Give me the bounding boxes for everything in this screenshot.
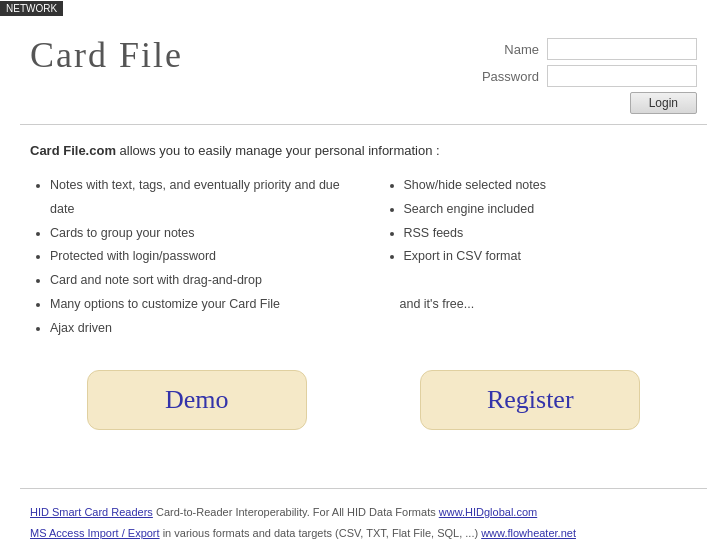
header: Card File Name Password Login	[0, 16, 727, 124]
name-label: Name	[479, 42, 539, 57]
brand-name: Card File.com	[30, 143, 116, 158]
list-item: Many options to customize your Card File	[50, 293, 344, 317]
list-item: Export in CSV format	[404, 245, 698, 269]
app-title: Card File	[30, 34, 183, 76]
list-item: and it's free...	[400, 293, 698, 317]
list-item: Card and note sort with drag-and-drop	[50, 269, 344, 293]
features-left-list: Notes with text, tags, and eventually pr…	[30, 174, 344, 340]
footer-line-1: HID Smart Card Readers Card-to-Reader In…	[30, 503, 697, 522]
msaccess-link[interactable]: MS Access Import / Export	[30, 527, 160, 539]
password-row: Password	[479, 65, 697, 87]
footer-line-2: MS Access Import / Export in various for…	[30, 524, 697, 543]
demo-button[interactable]: Demo	[87, 370, 307, 430]
network-bar-label: NETWORK	[6, 3, 57, 14]
hid-link[interactable]: HID Smart Card Readers	[30, 506, 153, 518]
network-bar: NETWORK	[0, 1, 63, 16]
footer-line1-text: Card-to-Reader Interoperability. For All…	[153, 506, 439, 518]
list-item: Protected with login/password	[50, 245, 344, 269]
name-row: Name	[479, 38, 697, 60]
intro-body: allows you to easily manage your persona…	[116, 143, 440, 158]
password-label: Password	[479, 69, 539, 84]
footer-line2-text: in various formats and data targets (CSV…	[160, 527, 482, 539]
login-btn-row: Login	[479, 92, 697, 114]
login-form: Name Password Login	[479, 38, 697, 114]
list-item: Cards to group your notes	[50, 222, 344, 246]
register-button[interactable]: Register	[420, 370, 640, 430]
footer-divider	[20, 488, 707, 489]
list-item	[404, 269, 698, 293]
login-button[interactable]: Login	[630, 92, 697, 114]
list-item: Notes with text, tags, and eventually pr…	[50, 174, 344, 222]
hidglobal-link[interactable]: www.HIDglobal.com	[439, 506, 537, 518]
list-item: Ajax driven	[50, 317, 344, 341]
footer: HID Smart Card Readers Card-to-Reader In…	[0, 497, 727, 545]
features-right: Show/hide selected notesSearch engine in…	[384, 174, 698, 340]
list-item: Search engine included	[404, 198, 698, 222]
flowheater-link[interactable]: www.flowheater.net	[481, 527, 576, 539]
features-right-list: Show/hide selected notesSearch engine in…	[384, 174, 698, 317]
list-item: Show/hide selected notes	[404, 174, 698, 198]
main-content: Card File.com allows you to easily manag…	[0, 125, 727, 478]
intro-text: Card File.com allows you to easily manag…	[30, 143, 697, 158]
name-input[interactable]	[547, 38, 697, 60]
password-input[interactable]	[547, 65, 697, 87]
features-left: Notes with text, tags, and eventually pr…	[30, 174, 344, 340]
buttons-row: Demo Register	[30, 370, 697, 430]
features-section: Notes with text, tags, and eventually pr…	[30, 174, 697, 340]
list-item: RSS feeds	[404, 222, 698, 246]
